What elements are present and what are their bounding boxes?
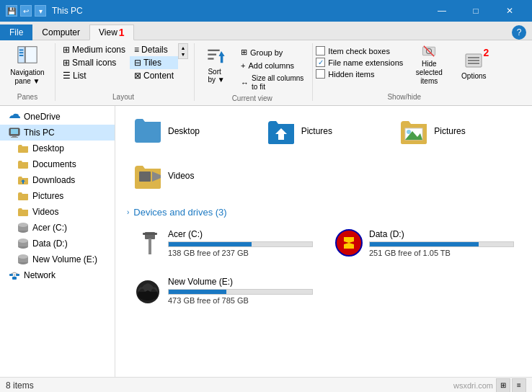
- sidebar-item-acer-c[interactable]: Acer (C:): [0, 220, 115, 236]
- minimize-button[interactable]: —: [425, 0, 458, 22]
- navigation-pane-button[interactable]: Navigationpane ▼: [6, 43, 49, 86]
- sidebar-item-this-pc[interactable]: This PC: [0, 125, 115, 141]
- tab-view[interactable]: View 1: [89, 24, 134, 40]
- file-item-downloads[interactable]: Pictures: [260, 112, 388, 151]
- file-item-desktop[interactable]: Desktop: [127, 112, 254, 151]
- layout-tiles[interactable]: ⊟ Tiles: [130, 56, 178, 69]
- add-columns-button[interactable]: + Add columns: [238, 60, 306, 71]
- down-arrow-icon[interactable]: ▾: [35, 5, 46, 17]
- view-options: ⊞ Group by + Add columns ↔ Size all colu…: [238, 46, 306, 93]
- svg-rect-3: [19, 52, 24, 53]
- layout-medium-icons[interactable]: ⊞ Medium icons: [58, 43, 130, 56]
- pictures-file-label: Pictures: [434, 126, 465, 136]
- downloads-file-label: Pictures: [301, 126, 332, 136]
- sidebar-item-desktop[interactable]: Desktop: [0, 141, 115, 156]
- sidebar-item-new-volume-e[interactable]: New Volume (E:): [0, 251, 115, 267]
- window-controls: — □ ✕: [425, 0, 526, 22]
- pictures-file-icon: [399, 117, 428, 146]
- layout-list[interactable]: ☰ List: [58, 69, 130, 82]
- item-check-boxes-toggle[interactable]: Item check boxes: [316, 46, 403, 55]
- group-by-button[interactable]: ⊞ Group by: [238, 46, 306, 58]
- new-volume-e-label: New Volume (E:): [32, 254, 97, 264]
- svg-point-38: [407, 130, 411, 134]
- close-button[interactable]: ✕: [493, 0, 526, 22]
- group-by-icon: ⊞: [241, 48, 247, 57]
- file-name-ext-toggle[interactable]: File name extensions: [316, 58, 403, 67]
- tab-file[interactable]: File: [0, 24, 32, 40]
- data-d-bar-fill: [370, 242, 479, 246]
- tab-computer-label: Computer: [42, 27, 80, 37]
- sidebar-item-downloads[interactable]: Downloads: [0, 172, 115, 188]
- sidebar-item-data-d[interactable]: Data (D:): [0, 236, 115, 251]
- sidebar-item-documents[interactable]: Documents: [0, 156, 115, 172]
- drive-item-acer-c[interactable]: Acer (C:) 138 GB free of 237 GB: [127, 223, 319, 262]
- layout-scroll-arrows[interactable]: ▲ ▼: [178, 43, 188, 59]
- items-count: 8 items: [6, 380, 34, 391]
- current-view-content: Sortby ▼ ⊞ Group by + Add columns ↔: [198, 43, 306, 93]
- hide-selected-button[interactable]: Hide selecteditems: [409, 43, 449, 86]
- new-volume-e-bar-fill: [169, 290, 226, 294]
- view-toggle-buttons: ⊞ ≡: [496, 378, 526, 393]
- details-icon: ≡: [134, 45, 139, 55]
- drive-item-new-volume-e[interactable]: New Volume (E:) 473 GB free of 785 GB: [127, 271, 319, 310]
- options-label: Options: [461, 72, 486, 80]
- acer-c-icon: [133, 228, 162, 257]
- tab-computer[interactable]: Computer: [32, 24, 89, 40]
- hidden-items-checkbox: [316, 69, 325, 79]
- ribbon-tabs: File Computer View 1 ?: [0, 22, 532, 40]
- data-drive-icon: [17, 238, 29, 249]
- hidden-items-label: Hidden items: [328, 70, 374, 79]
- svg-point-26: [18, 239, 28, 243]
- downloads-file-icon: [267, 117, 296, 146]
- size-columns-button[interactable]: ↔ Size all columnsto fit: [238, 73, 306, 93]
- show-hide-group-label: Show/hide: [316, 92, 492, 101]
- size-columns-icon: ↔: [241, 79, 249, 87]
- content-area: Desktop Pictures: [115, 106, 532, 377]
- files-grid: Desktop Pictures: [127, 112, 520, 195]
- new-volume-e-bar-bg: [168, 289, 313, 295]
- sidebar-item-pictures[interactable]: Pictures: [0, 188, 115, 204]
- network-label: Network: [24, 270, 56, 280]
- svg-point-29: [18, 254, 28, 259]
- help-button[interactable]: ?: [512, 25, 526, 40]
- pictures-folder-icon: [17, 190, 29, 202]
- layout-small-icons[interactable]: ⊞ Small icons: [58, 56, 130, 69]
- layout-details[interactable]: ≡ Details: [130, 43, 178, 56]
- hidden-items-toggle[interactable]: Hidden items: [316, 69, 403, 79]
- tab-view-label: View: [99, 27, 118, 37]
- onedrive-icon: [9, 111, 20, 122]
- documents-folder-icon: [17, 159, 29, 170]
- sidebar-item-network[interactable]: Network: [0, 267, 115, 283]
- svg-rect-32: [16, 274, 19, 276]
- add-columns-label: Add columns: [249, 61, 295, 70]
- layout-content: ⊞ Medium icons ⊞ Small icons ☰ List: [58, 43, 188, 82]
- file-item-pictures[interactable]: Pictures: [393, 112, 520, 151]
- svg-rect-44: [143, 233, 157, 235]
- devices-drives-section-header[interactable]: › Devices and drives (3): [127, 207, 520, 218]
- save-icon[interactable]: 💾: [6, 5, 17, 17]
- undo-icon[interactable]: ↩: [20, 5, 32, 17]
- options-button[interactable]: Options 2: [455, 43, 492, 86]
- layout-content-label: Content: [143, 71, 174, 81]
- group-by-label: Group by: [250, 48, 283, 57]
- sort-by-button[interactable]: Sortby ▼: [198, 43, 235, 86]
- downloads-folder-icon: [17, 174, 29, 186]
- file-item-videos[interactable]: Videos: [127, 156, 254, 195]
- show-hide-content: Item check boxes File name extensions Hi…: [316, 43, 492, 86]
- data-d-bar-bg: [369, 241, 514, 247]
- checkboxes-column: Item check boxes File name extensions Hi…: [316, 46, 403, 79]
- options-badge: 2: [483, 47, 489, 58]
- tab-view-number: 1: [119, 27, 125, 38]
- layout-list-label: List: [73, 71, 87, 81]
- sidebar-item-onedrive[interactable]: OneDrive: [0, 109, 115, 125]
- drive-item-data-d[interactable]: Data (D:) 251 GB free of 1.05 TB: [328, 223, 520, 262]
- sidebar-item-videos[interactable]: Videos: [0, 204, 115, 220]
- hide-selected-icon: [419, 44, 439, 58]
- title-bar-quick-access: 💾 ↩ ▾: [6, 5, 46, 17]
- acer-c-space: 138 GB free of 237 GB: [168, 249, 313, 257]
- tile-view-button[interactable]: ⊞: [496, 378, 510, 393]
- list-view-button[interactable]: ≡: [512, 378, 526, 393]
- window-title: This PC: [52, 6, 425, 16]
- maximize-button[interactable]: □: [459, 0, 492, 22]
- layout-content[interactable]: ⊠ Content: [130, 69, 178, 82]
